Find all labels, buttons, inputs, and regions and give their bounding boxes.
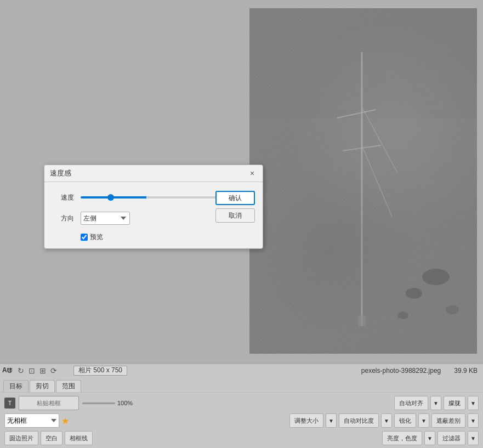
filename-label: pexels-photo-3988292.jpeg <box>361 367 441 375</box>
opacity-control: 100% <box>82 400 133 406</box>
speed-label: 速度 <box>52 193 74 202</box>
blur-btn[interactable]: 朦胧 <box>444 396 465 410</box>
dialog-body: 速度 20 方向 左侧 右侧 上方 下方 预览 确认 取消 <box>44 182 263 248</box>
blank-btn[interactable]: 空白 <box>41 431 62 445</box>
frame-select[interactable]: 无相框 <box>4 413 59 428</box>
filter-btn[interactable]: 过滤器 <box>437 431 465 445</box>
svg-line-10 <box>343 145 381 151</box>
dialog-buttons: 确认 取消 <box>215 191 255 223</box>
right-controls-row2: 调整大小 ▼ 自动对比度 ▼ 锐化 ▼ 遮蔽差别 ▼ <box>289 413 479 428</box>
photo-info: 相片 500 x 750 <box>73 366 127 376</box>
tab-cut[interactable]: 剪切 <box>30 380 55 392</box>
brightness-color-btn[interactable]: 亮度，色度 <box>382 431 422 445</box>
status-bar: ↺ ↻ ⊡ ⊞ ⟳ 相片 500 x 750 pexels-photo-3988… <box>0 364 483 377</box>
bottom-toolbar: 目标 剪切 范围 T 粘贴相框 100% <box>0 377 483 448</box>
att-label: Att <box>2 366 12 374</box>
image-placeholder <box>249 8 477 354</box>
svg-rect-3 <box>249 118 477 354</box>
right-controls-row1: 自动对齐 ▼ 朦胧 ▼ <box>394 396 479 410</box>
preview-label[interactable]: 预览 <box>81 232 103 242</box>
auto-contrast-btn[interactable]: 自动对比度 <box>339 413 379 428</box>
auto-contrast-arrow[interactable]: ▼ <box>381 413 392 428</box>
dialog-title-bar: 速度感 × <box>44 165 263 182</box>
auto-align-btn[interactable]: 自动对齐 <box>394 396 428 410</box>
controls-area: T 粘贴相框 100% 自动对齐 ▼ 朦胧 ▼ <box>0 392 483 448</box>
right-controls-row3: 亮度，色度 ▼ 过滤器 ▼ <box>382 431 479 445</box>
adjust-size-arrow[interactable]: ▼ <box>326 413 337 428</box>
crop-icon[interactable]: ⊡ <box>27 366 36 375</box>
direction-label: 方向 <box>52 214 74 223</box>
border-photo-btn[interactable]: 圆边照片 <box>4 431 38 445</box>
svg-point-4 <box>422 269 450 285</box>
transform-icon[interactable]: ⊞ <box>38 366 47 375</box>
svg-point-7 <box>397 311 408 319</box>
opacity-label: 100% <box>117 400 133 406</box>
svg-rect-13 <box>358 315 366 326</box>
preview-checkbox[interactable] <box>81 234 88 241</box>
paste-frame-btn[interactable]: 粘贴相框 <box>19 396 79 410</box>
svg-point-6 <box>446 305 459 314</box>
mask-diff-arrow[interactable]: ▼ <box>468 413 479 428</box>
svg-rect-14 <box>249 8 477 354</box>
star-icon[interactable]: ★ <box>61 416 69 426</box>
mask-diff-btn[interactable]: 遮蔽差别 <box>431 413 465 428</box>
cancel-button[interactable]: 取消 <box>215 208 255 223</box>
tab-range[interactable]: 范围 <box>56 380 81 392</box>
filesize-label: 39.9 KB <box>454 367 478 375</box>
status-icons: ↺ ↻ ⊡ ⊞ ⟳ <box>5 366 58 375</box>
frame-line-btn[interactable]: 相框线 <box>65 431 93 445</box>
image-container <box>249 8 477 354</box>
tab-target[interactable]: 目标 <box>3 380 29 392</box>
svg-line-11 <box>362 107 397 173</box>
svg-line-9 <box>337 110 376 118</box>
image-svg <box>249 8 477 354</box>
speed-slider[interactable] <box>81 196 226 199</box>
tabs-row: 目标 剪切 范围 <box>0 377 483 392</box>
rotate-icon[interactable]: ⟳ <box>49 366 58 375</box>
tool-icon[interactable]: T <box>4 398 15 409</box>
speed-dialog: 速度感 × 速度 20 方向 左侧 右侧 上方 下方 预览 <box>44 165 263 249</box>
svg-rect-1 <box>249 8 477 354</box>
confirm-button[interactable]: 确认 <box>215 191 255 205</box>
redo-icon[interactable]: ↻ <box>16 366 25 375</box>
preview-row: 预览 <box>52 232 255 242</box>
preview-text: 预览 <box>90 232 103 242</box>
adjust-size-btn[interactable]: 调整大小 <box>289 413 323 428</box>
sharpen-btn[interactable]: 锐化 <box>394 413 416 428</box>
brightness-color-arrow[interactable]: ▼ <box>424 431 435 445</box>
svg-rect-0 <box>249 8 477 354</box>
auto-align-arrow[interactable]: ▼ <box>430 396 441 410</box>
filter-arrow[interactable]: ▼ <box>468 431 479 445</box>
dialog-close-button[interactable]: × <box>247 168 257 178</box>
svg-point-5 <box>406 288 422 299</box>
opacity-track[interactable] <box>82 402 115 404</box>
dialog-title: 速度感 <box>50 168 71 178</box>
svg-rect-2 <box>249 8 477 118</box>
sharpen-arrow[interactable]: ▼ <box>418 413 429 428</box>
direction-select[interactable]: 左侧 右侧 上方 下方 <box>81 212 130 225</box>
blur-arrow[interactable]: ▼ <box>468 396 479 410</box>
svg-line-12 <box>362 145 392 217</box>
